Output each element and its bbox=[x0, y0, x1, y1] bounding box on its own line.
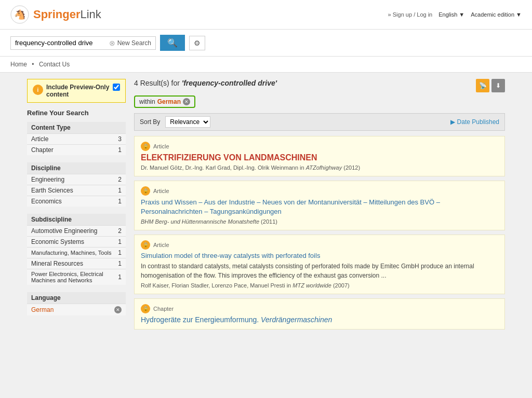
sidebar-item-count: 2 bbox=[118, 176, 122, 183]
sort-label: Sort By bbox=[140, 118, 160, 126]
subdiscipline-section: Subdiscipline Automotive Engineering 2 E… bbox=[27, 214, 126, 285]
language-value: German bbox=[31, 306, 54, 313]
search-bar: ⊗ New Search 🔍 ⚙ bbox=[0, 30, 532, 57]
date-chevron-icon: ▶ bbox=[450, 118, 455, 126]
result-type-label: Chapter bbox=[153, 306, 174, 312]
result-type-badge: 🔒 Chapter bbox=[141, 304, 498, 313]
sidebar-item-count: 1 bbox=[118, 198, 122, 205]
language-remove-icon[interactable]: ✕ bbox=[114, 306, 122, 313]
result-type-label: Article bbox=[153, 143, 169, 149]
preview-only-box: i Include Preview-Only content bbox=[27, 79, 126, 103]
result-type-badge: 🔒 Article bbox=[141, 186, 498, 196]
sidebar-item-count: 1 bbox=[118, 260, 122, 267]
sidebar-item-label: Chapter bbox=[31, 146, 54, 154]
lock-icon: 🔒 bbox=[141, 240, 150, 250]
sidebar-item-label: Engineering bbox=[31, 176, 64, 183]
content-type-section: Content Type Article 3 Chapter 1 bbox=[27, 122, 126, 155]
refine-title: Refine Your Search bbox=[27, 109, 126, 117]
result-item-2: 🔒 Article Praxis und Wissen – Aus der In… bbox=[134, 181, 505, 230]
download-icon[interactable]: ⬇ bbox=[491, 79, 505, 92]
results-area: 4 Result(s) for 'frequency-controlled dr… bbox=[134, 79, 505, 334]
sidebar-item-count: 2 bbox=[118, 227, 122, 235]
settings-button[interactable]: ⚙ bbox=[189, 36, 205, 50]
sidebar-item-earth-sciences[interactable]: Earth Sciences 1 bbox=[27, 185, 126, 196]
result-snippet: In contrast to standard catalysts, metal… bbox=[141, 262, 498, 280]
result-type-label: Article bbox=[153, 188, 169, 194]
discipline-title: Discipline bbox=[27, 162, 126, 174]
result-title-link[interactable]: Praxis und Wissen – Aus der Industrie – … bbox=[141, 198, 498, 216]
sidebar-item-count: 1 bbox=[118, 273, 122, 281]
sidebar-item-manufacturing[interactable]: Manufacturing, Machines, Tools 1 bbox=[27, 247, 126, 258]
sidebar-item-count: 1 bbox=[118, 249, 122, 256]
language-filter-item: German ✕ bbox=[27, 304, 126, 315]
sidebar-item-label: Power Electronics, Electrical Machines a… bbox=[31, 271, 118, 283]
sidebar-item-economics[interactable]: Economics 1 bbox=[27, 196, 126, 207]
content-type-title: Content Type bbox=[27, 122, 126, 133]
language-title: Language bbox=[27, 292, 126, 304]
result-title-link[interactable]: Simulation model of three-way catalysts … bbox=[141, 252, 498, 259]
logo-area: 🐴 SpringerLink bbox=[10, 5, 101, 24]
search-input[interactable] bbox=[15, 39, 109, 47]
lock-icon: 🔒 bbox=[141, 186, 150, 196]
within-remove-icon[interactable]: ✕ bbox=[183, 98, 190, 105]
search-button[interactable]: 🔍 bbox=[160, 35, 185, 51]
result-meta: BHM Berg- und Hüttenmannische Monatsheft… bbox=[141, 218, 498, 225]
language-section: Language German ✕ bbox=[27, 292, 126, 315]
result-title-link[interactable]: Hydrogeräte zur Energieumformung. Verdrä… bbox=[141, 315, 498, 324]
language-selector[interactable]: English ▼ bbox=[438, 11, 464, 18]
sidebar-item-engineering[interactable]: Engineering 2 bbox=[27, 174, 126, 185]
sidebar-item-count: 1 bbox=[118, 146, 122, 154]
result-type-badge: 🔒 Article bbox=[141, 142, 498, 151]
results-action-icons: 📡 ⬇ bbox=[476, 79, 505, 92]
svg-text:🐴: 🐴 bbox=[14, 9, 26, 20]
lock-icon: 🔒 bbox=[141, 142, 150, 151]
sidebar: i Include Preview-Only content Refine Yo… bbox=[27, 79, 126, 334]
result-type-label: Article bbox=[153, 242, 169, 248]
sidebar-item-label: Economics bbox=[31, 198, 62, 205]
main-content: i Include Preview-Only content Refine Yo… bbox=[17, 73, 515, 340]
sidebar-item-count: 1 bbox=[118, 187, 122, 194]
contact-link[interactable]: Contact Us bbox=[39, 61, 70, 68]
result-title-link[interactable]: ELEKTRIFIZIERUNG VON LANDMASCHINEN bbox=[141, 153, 498, 162]
sidebar-item-count: 3 bbox=[118, 135, 122, 143]
preview-only-checkbox[interactable] bbox=[113, 84, 120, 91]
breadcrumb: Home • Contact Us bbox=[0, 57, 532, 73]
sort-select[interactable]: Relevance Date Title bbox=[165, 116, 210, 128]
sidebar-item-chapter[interactable]: Chapter 1 bbox=[27, 144, 126, 155]
sidebar-item-power-electronics[interactable]: Power Electronics, Electrical Machines a… bbox=[27, 269, 126, 285]
logo-text: SpringerLink bbox=[33, 8, 101, 21]
header: 🐴 SpringerLink » Sign up / Log in Englis… bbox=[0, 0, 532, 30]
result-item-4: 🔒 Chapter Hydrogeräte zur Energieumformu… bbox=[134, 298, 505, 330]
sidebar-item-label: Article bbox=[31, 135, 48, 143]
sign-up-link[interactable]: » Sign up / Log in bbox=[388, 11, 433, 18]
sidebar-item-label: Automotive Engineering bbox=[31, 227, 97, 235]
lock-icon: 🔒 bbox=[141, 304, 150, 313]
preview-only-icon: i bbox=[33, 85, 43, 95]
within-label: within bbox=[139, 98, 155, 105]
within-filter: within German ✕ bbox=[134, 95, 195, 108]
date-published-button[interactable]: ▶ Date Published bbox=[450, 118, 499, 126]
home-link[interactable]: Home bbox=[10, 61, 27, 68]
sidebar-item-economic-systems[interactable]: Economic Systems 1 bbox=[27, 236, 126, 247]
clear-search-icon[interactable]: ⊗ bbox=[109, 39, 115, 47]
result-type-badge: 🔒 Article bbox=[141, 240, 498, 250]
sidebar-item-article[interactable]: Article 3 bbox=[27, 133, 126, 144]
sidebar-item-automotive[interactable]: Automotive Engineering 2 bbox=[27, 225, 126, 236]
rss-icon[interactable]: 📡 bbox=[476, 79, 489, 92]
result-item-3: 🔒 Article Simulation model of three-way … bbox=[134, 235, 505, 294]
new-search-button[interactable]: New Search bbox=[117, 39, 151, 47]
edition-selector[interactable]: Academic edition ▼ bbox=[471, 11, 522, 18]
subdiscipline-title: Subdiscipline bbox=[27, 214, 126, 225]
sidebar-item-label: Manufacturing, Machines, Tools bbox=[31, 250, 112, 256]
result-item-1: 🔒 Article ELEKTRIFIZIERUNG VON LANDMASCH… bbox=[134, 136, 505, 176]
sort-bar: Sort By Relevance Date Title ▶ Date Publ… bbox=[134, 113, 505, 131]
sidebar-item-label: Economic Systems bbox=[31, 238, 84, 245]
sidebar-item-mineral[interactable]: Mineral Resources 1 bbox=[27, 258, 126, 269]
springer-logo-icon: 🐴 bbox=[10, 5, 29, 24]
sidebar-item-count: 1 bbox=[118, 238, 122, 245]
discipline-section: Discipline Engineering 2 Earth Sciences … bbox=[27, 162, 126, 207]
preview-only-label: Include Preview-Only content bbox=[46, 84, 110, 98]
search-input-wrap: ⊗ New Search bbox=[10, 36, 156, 50]
results-count: 4 Result(s) for 'frequency-controlled dr… bbox=[134, 79, 277, 87]
header-right: » Sign up / Log in English ▼ Academic ed… bbox=[388, 11, 522, 18]
